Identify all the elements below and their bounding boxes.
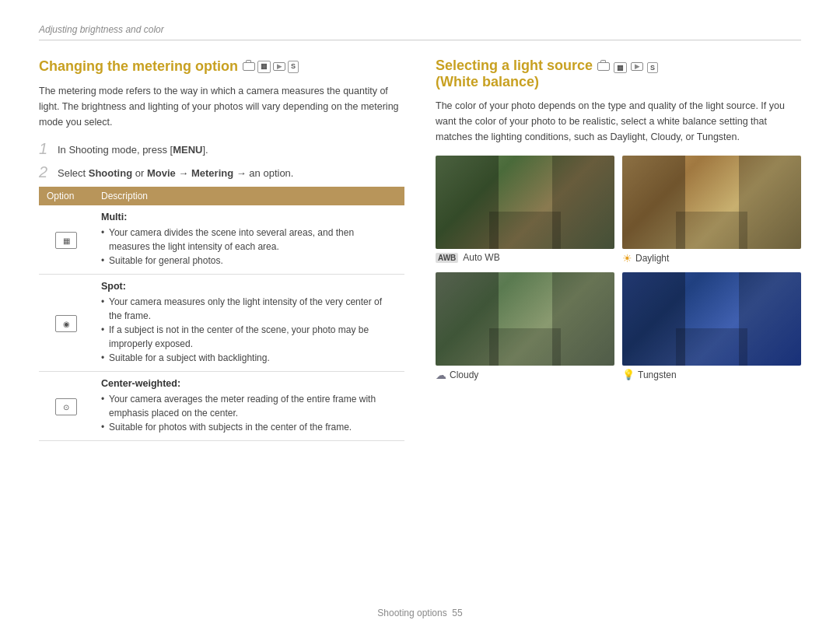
- list-item: Suitable for photos with subjects in the…: [101, 420, 397, 434]
- wb-camera-icon: [597, 62, 610, 71]
- list-item: Your camera averages the meter reading o…: [101, 392, 397, 420]
- option-name-multi: Multi:: [101, 212, 397, 222]
- wb-icons-row1: ▦ ▶ S: [597, 58, 658, 74]
- wb-caption-cloudy: ☁ Cloudy: [436, 369, 614, 381]
- list-item: Suitable for general photos.: [101, 254, 397, 268]
- street-scene: [436, 156, 614, 249]
- option-name-spot: Spot:: [101, 281, 397, 292]
- wb-image-cloudy: [436, 272, 614, 366]
- list-item: If a subject is not in the center of the…: [101, 323, 397, 351]
- sun-icon: ☀: [622, 252, 632, 264]
- right-column: Selecting a light source ▦ ▶ S (White ba…: [436, 58, 801, 441]
- option-bullets-center: Your camera averages the meter reading o…: [101, 392, 397, 434]
- movie-icon: ▶: [273, 62, 285, 71]
- wb-image-tungsten: [622, 272, 801, 366]
- right-title-line2: (White balance): [436, 74, 801, 90]
- option-bullets-spot: Your camera measures only the light inte…: [101, 295, 397, 365]
- table-row: ▦ Multi: Your camera divides the scene i…: [39, 205, 404, 275]
- wb-movie-icon: ▶: [631, 62, 643, 71]
- wb-image-item-auto-wb: AWB Auto WB: [436, 156, 614, 264]
- option-bullets-multi: Your camera divides the scene into sever…: [101, 226, 397, 268]
- table-row: ◉ Spot: Your camera measures only the li…: [39, 275, 404, 372]
- wb-image-daylight: [622, 156, 801, 249]
- right-section-desc: The color of your photo depends on the t…: [436, 98, 801, 145]
- street-scene: [622, 156, 801, 249]
- metering-icons: ▦ ▶ S: [243, 61, 299, 73]
- list-item: Your camera divides the scene into sever…: [101, 226, 397, 254]
- street-scene: [622, 272, 801, 366]
- wb-images-grid: AWB Auto WB ☀ Daylight: [436, 156, 801, 381]
- wb-scene-icon: ▦: [614, 62, 627, 73]
- option-desc-cell-spot: Spot: Your camera measures only the ligh…: [93, 275, 404, 372]
- page: Adjusting brightness and color Changing …: [0, 0, 840, 634]
- two-column-layout: Changing the metering option ▦ ▶ S The m…: [39, 58, 801, 441]
- option-desc-cell-center: Center-weighted: Your camera averages th…: [93, 372, 404, 441]
- footer: Shooting options 55: [0, 608, 840, 618]
- option-icon-cell: ⊙: [39, 372, 93, 441]
- camera-icon: [243, 62, 255, 71]
- wb-caption-text-cloudy: Cloudy: [450, 370, 478, 380]
- option-icon-multi: ▦: [55, 232, 77, 249]
- col-header-desc: Description: [93, 187, 404, 205]
- footer-label: Shooting options: [377, 608, 446, 618]
- wb-image-item-cloudy: ☁ Cloudy: [436, 272, 614, 381]
- step-1: 1 In Shooting mode, press [MENU].: [39, 141, 404, 158]
- wb-caption-text-auto-wb: Auto WB: [463, 252, 499, 263]
- auto-wb-icon: AWB: [436, 253, 458, 263]
- left-section-desc: The metering mode refers to the way in w…: [39, 83, 404, 130]
- footer-page: 55: [452, 608, 462, 618]
- list-item: Suitable for a subject with backlighting…: [101, 351, 397, 365]
- wb-caption-text-daylight: Daylight: [635, 253, 669, 264]
- wb-image-auto-wb: [436, 156, 614, 249]
- option-icon-spot: ◉: [55, 315, 77, 332]
- left-column: Changing the metering option ▦ ▶ S The m…: [39, 58, 404, 441]
- right-title-line1: Selecting a light source ▦ ▶ S: [436, 58, 801, 74]
- breadcrumb-bar: Adjusting brightness and color: [39, 23, 801, 40]
- option-icon-cell: ◉: [39, 275, 93, 372]
- list-item: Your camera measures only the light inte…: [101, 295, 397, 323]
- table-row: ⊙ Center-weighted: Your camera averages …: [39, 372, 404, 441]
- col-header-option: Option: [39, 187, 93, 205]
- bulb-icon: 💡: [622, 369, 635, 380]
- option-icon-cell: ▦: [39, 205, 93, 275]
- option-name-center: Center-weighted:: [101, 378, 397, 389]
- option-icon-center: ⊙: [55, 398, 77, 415]
- wb-image-item-tungsten: 💡 Tungsten: [622, 272, 801, 381]
- wb-smart-icon: S: [647, 62, 658, 73]
- right-title-block: Selecting a light source ▦ ▶ S (White ba…: [436, 58, 801, 90]
- cloud-icon: ☁: [436, 369, 446, 381]
- smart-icon: S: [288, 61, 299, 73]
- wb-image-item-daylight: ☀ Daylight: [622, 156, 801, 264]
- option-desc-cell-multi: Multi: Your camera divides the scene int…: [93, 205, 404, 275]
- street-scene: [436, 272, 614, 366]
- step-2: 2 Select Shooting or Movie → Metering → …: [39, 164, 404, 181]
- left-section-title: Changing the metering option ▦ ▶ S: [39, 58, 404, 75]
- wb-caption-text-tungsten: Tungsten: [638, 370, 677, 380]
- wb-caption-daylight: ☀ Daylight: [622, 252, 801, 264]
- wb-caption-tungsten: 💡 Tungsten: [622, 369, 801, 380]
- wb-caption-auto-wb: AWB Auto WB: [436, 252, 614, 263]
- breadcrumb: Adjusting brightness and color: [39, 24, 164, 35]
- options-table: Option Description ▦ Multi: Your camera …: [39, 187, 404, 441]
- scene-icon: ▦: [257, 61, 271, 73]
